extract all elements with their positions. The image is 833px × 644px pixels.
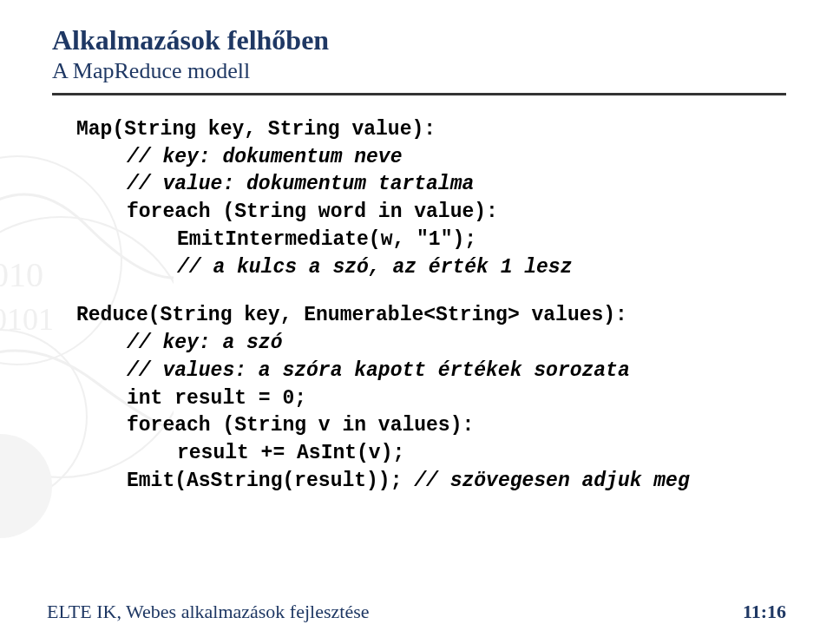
code-line: Emit(AsString(result)); // szövegesen ad… bbox=[76, 468, 786, 496]
code-comment: // key: a szó bbox=[76, 330, 786, 358]
code-line: result += AsInt(v); bbox=[76, 440, 786, 468]
code-comment: // value: dokumentum tartalma bbox=[76, 171, 786, 199]
slide-subtitle: A MapReduce modell bbox=[52, 58, 786, 84]
title-rule bbox=[52, 93, 786, 95]
slide-container: Alkalmazások felhőben A MapReduce modell… bbox=[0, 0, 833, 644]
footer-right: 11:16 bbox=[743, 601, 786, 623]
code-comment: // a kulcs a szó, az érték 1 lesz bbox=[76, 254, 786, 282]
code-line: foreach (String v in values): bbox=[76, 412, 786, 440]
code-comment: // szövegesen adjuk meg bbox=[414, 470, 689, 492]
code-line: Map(String key, String value): bbox=[76, 116, 786, 144]
code-text: Emit(AsString(result)); bbox=[127, 470, 414, 492]
code-comment: // values: a szóra kapott értékek soroza… bbox=[76, 358, 786, 385]
code-line: int result = 0; bbox=[76, 385, 786, 413]
slide-footer: ELTE IK, Webes alkalmazások fejlesztése … bbox=[47, 601, 786, 623]
footer-left: ELTE IK, Webes alkalmazások fejlesztése bbox=[47, 601, 369, 623]
code-comment: // key: dokumentum neve bbox=[76, 144, 786, 172]
slide-title: Alkalmazások felhőben bbox=[52, 24, 786, 56]
code-line: foreach (String word in value): bbox=[76, 199, 786, 227]
code-line: EmitIntermediate(w, "1"); bbox=[76, 227, 786, 254]
code-block: Map(String key, String value): // key: d… bbox=[52, 116, 786, 496]
code-line: Reduce(String key, Enumerable<String> va… bbox=[76, 302, 786, 330]
